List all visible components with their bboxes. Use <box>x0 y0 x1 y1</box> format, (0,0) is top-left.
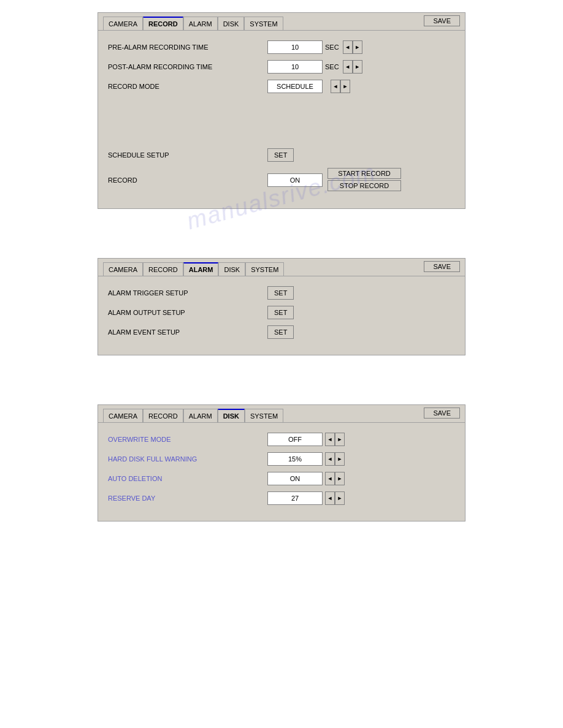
tab-disk-3[interactable]: DISK <box>218 409 245 422</box>
schedule-set-button[interactable]: SET <box>267 148 294 162</box>
record-row: RECORD ON START RECORD STOP RECORD <box>108 168 455 192</box>
panel1-wrapper: CAMERA RECORD ALARM DISK SYSTEM SAVE PRE… <box>98 12 465 233</box>
pre-alarm-arrows: ◄ ► <box>343 40 362 54</box>
alarm-trigger-set-button[interactable]: SET <box>267 286 294 300</box>
panel2-wrapper: CAMERA RECORD ALARM DISK SYSTEM SAVE ALA… <box>98 258 465 380</box>
reserve-day-row: RESERVE DAY 27 ◄ ► <box>108 491 455 505</box>
alarm-trigger-row: ALARM TRIGGER SETUP SET <box>108 286 455 300</box>
save-button-1[interactable]: SAVE <box>424 15 460 26</box>
post-alarm-row: POST-ALARM RECORDING TIME 10 SEC ◄ ► <box>108 60 455 74</box>
auto-deletion-label: AUTO DELETION <box>108 475 267 482</box>
pre-alarm-left-arrow[interactable]: ◄ <box>343 40 353 54</box>
pre-alarm-value: 10 <box>267 40 323 54</box>
post-alarm-unit: SEC <box>325 63 339 70</box>
tab-camera-1[interactable]: CAMERA <box>103 17 143 30</box>
panel3-wrapper: CAMERA RECORD ALARM DISK SYSTEM SAVE OVE… <box>98 404 465 546</box>
record-mode-arrows: ◄ ► <box>331 80 350 93</box>
tab-system-2[interactable]: SYSTEM <box>245 262 284 276</box>
tab-bar-1: CAMERA RECORD ALARM DISK SYSTEM SAVE <box>98 13 465 31</box>
overwrite-left-arrow[interactable]: ◄ <box>325 433 335 446</box>
panel1-content: PRE-ALARM RECORDING TIME 10 SEC ◄ ► POST… <box>98 31 465 208</box>
pre-alarm-label: PRE-ALARM RECORDING TIME <box>108 44 267 51</box>
tab-alarm-2[interactable]: ALARM <box>183 262 219 276</box>
alarm-trigger-label: ALARM TRIGGER SETUP <box>108 289 267 297</box>
tab-record-2[interactable]: RECORD <box>143 262 183 276</box>
hard-disk-right-arrow[interactable]: ► <box>335 452 345 466</box>
alarm-output-label: ALARM OUTPUT SETUP <box>108 309 267 316</box>
tab-disk-2[interactable]: DISK <box>218 262 245 276</box>
tab-record-1[interactable]: RECORD <box>143 17 183 30</box>
overwrite-mode-row: OVERWRITE MODE OFF ◄ ► <box>108 433 455 446</box>
hard-disk-left-arrow[interactable]: ◄ <box>325 452 335 466</box>
overwrite-right-arrow[interactable]: ► <box>335 433 345 446</box>
post-alarm-value: 10 <box>267 60 323 74</box>
pre-alarm-row: PRE-ALARM RECORDING TIME 10 SEC ◄ ► <box>108 40 455 54</box>
record-mode-right-arrow[interactable]: ► <box>340 80 350 93</box>
reserve-day-left-arrow[interactable]: ◄ <box>325 491 335 505</box>
tab-camera-2[interactable]: CAMERA <box>103 262 143 276</box>
save-button-2[interactable]: SAVE <box>424 261 460 272</box>
post-alarm-arrows: ◄ ► <box>343 60 362 74</box>
record-label: RECORD <box>108 176 267 184</box>
reserve-day-value: 27 <box>267 491 323 505</box>
post-alarm-left-arrow[interactable]: ◄ <box>343 60 353 74</box>
panel3-content: OVERWRITE MODE OFF ◄ ► HARD DISK FULL WA… <box>98 423 465 521</box>
hard-disk-arrows: ◄ ► <box>325 452 345 466</box>
schedule-setup-label: SCHEDULE SETUP <box>108 151 267 159</box>
record-panel: CAMERA RECORD ALARM DISK SYSTEM SAVE PRE… <box>98 12 465 209</box>
tab-record-3[interactable]: RECORD <box>143 409 183 422</box>
post-alarm-right-arrow[interactable]: ► <box>353 60 362 74</box>
stop-record-button[interactable]: STOP RECORD <box>327 180 401 191</box>
auto-deletion-arrows: ◄ ► <box>325 472 345 485</box>
overwrite-mode-arrows: ◄ ► <box>325 433 345 446</box>
alarm-event-set-button[interactable]: SET <box>267 325 294 339</box>
reserve-day-label: RESERVE DAY <box>108 495 267 502</box>
post-alarm-label: POST-ALARM RECORDING TIME <box>108 63 267 70</box>
overwrite-mode-value: OFF <box>267 433 323 446</box>
start-record-button[interactable]: START RECORD <box>327 168 401 179</box>
record-buttons: START RECORD STOP RECORD <box>327 168 401 192</box>
overwrite-mode-label: OVERWRITE MODE <box>108 436 267 443</box>
tab-system-1[interactable]: SYSTEM <box>244 17 283 30</box>
record-mode-unit <box>325 83 327 90</box>
reserve-day-arrows: ◄ ► <box>325 491 345 505</box>
tab-bar-3: CAMERA RECORD ALARM DISK SYSTEM SAVE <box>98 405 465 423</box>
alarm-event-label: ALARM EVENT SETUP <box>108 328 267 336</box>
auto-deletion-left-arrow[interactable]: ◄ <box>325 472 335 485</box>
pre-alarm-unit: SEC <box>325 44 339 51</box>
alarm-output-set-button[interactable]: SET <box>267 306 294 319</box>
tab-disk-1[interactable]: DISK <box>218 17 245 30</box>
record-mode-value: SCHEDULE <box>267 80 323 93</box>
save-button-3[interactable]: SAVE <box>424 408 460 419</box>
auto-deletion-value: ON <box>267 472 323 485</box>
panel2-content: ALARM TRIGGER SETUP SET ALARM OUTPUT SET… <box>98 276 465 355</box>
record-mode-label: RECORD MODE <box>108 83 267 90</box>
disk-panel: CAMERA RECORD ALARM DISK SYSTEM SAVE OVE… <box>98 404 465 521</box>
tab-bar-2: CAMERA RECORD ALARM DISK SYSTEM SAVE <box>98 259 465 276</box>
auto-deletion-right-arrow[interactable]: ► <box>335 472 345 485</box>
record-mode-left-arrow[interactable]: ◄ <box>331 80 340 93</box>
hard-disk-row: HARD DISK FULL WARNING 15% ◄ ► <box>108 452 455 466</box>
record-mode-row: RECORD MODE SCHEDULE ◄ ► <box>108 80 455 93</box>
tab-camera-3[interactable]: CAMERA <box>103 409 143 422</box>
auto-deletion-row: AUTO DELETION ON ◄ ► <box>108 472 455 485</box>
tab-alarm-1[interactable]: ALARM <box>183 17 218 30</box>
hard-disk-value: 15% <box>267 452 323 466</box>
tab-alarm-3[interactable]: ALARM <box>183 409 218 422</box>
hard-disk-label: HARD DISK FULL WARNING <box>108 455 267 463</box>
reserve-day-right-arrow[interactable]: ► <box>335 491 345 505</box>
alarm-event-row: ALARM EVENT SETUP SET <box>108 325 455 339</box>
tab-system-3[interactable]: SYSTEM <box>245 409 283 422</box>
alarm-panel: CAMERA RECORD ALARM DISK SYSTEM SAVE ALA… <box>98 258 465 355</box>
record-value: ON <box>267 173 323 187</box>
alarm-output-row: ALARM OUTPUT SETUP SET <box>108 306 455 319</box>
spacer1 <box>108 99 455 148</box>
pre-alarm-right-arrow[interactable]: ► <box>353 40 362 54</box>
schedule-setup-row: SCHEDULE SETUP SET <box>108 148 455 162</box>
